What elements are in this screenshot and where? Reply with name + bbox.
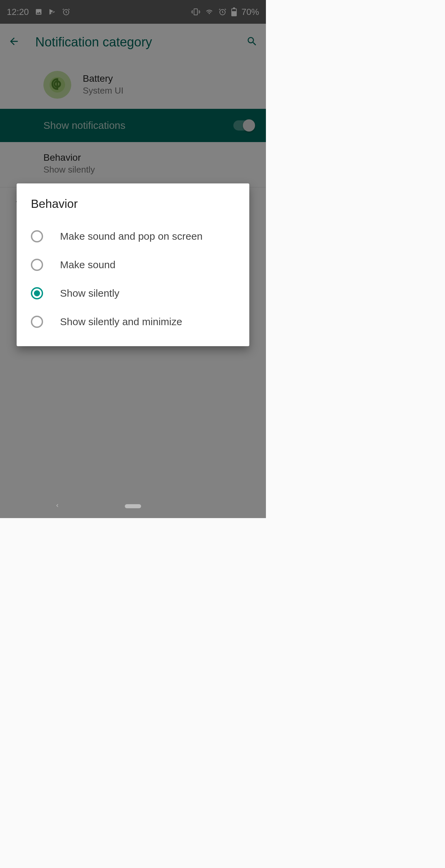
behavior-dialog: Behavior Make sound and pop on screen Ma… (17, 183, 249, 346)
radio-option-show-silently[interactable]: Show silently (17, 279, 249, 308)
radio-icon-selected (31, 287, 43, 299)
radio-label: Show silently and minimize (60, 316, 182, 328)
nav-home-pill[interactable] (125, 504, 141, 508)
radio-icon (31, 259, 43, 271)
radio-icon (31, 316, 43, 328)
radio-label: Make sound and pop on screen (60, 231, 202, 242)
radio-label: Make sound (60, 259, 115, 271)
radio-option-make-sound-pop[interactable]: Make sound and pop on screen (17, 222, 249, 251)
dialog-title: Behavior (17, 197, 249, 211)
nav-back-icon[interactable] (54, 502, 60, 510)
radio-option-show-silently-minimize[interactable]: Show silently and minimize (17, 308, 249, 336)
radio-icon (31, 230, 43, 242)
navigation-bar (0, 494, 266, 518)
radio-option-make-sound[interactable]: Make sound (17, 251, 249, 279)
radio-label: Show silently (60, 288, 119, 299)
